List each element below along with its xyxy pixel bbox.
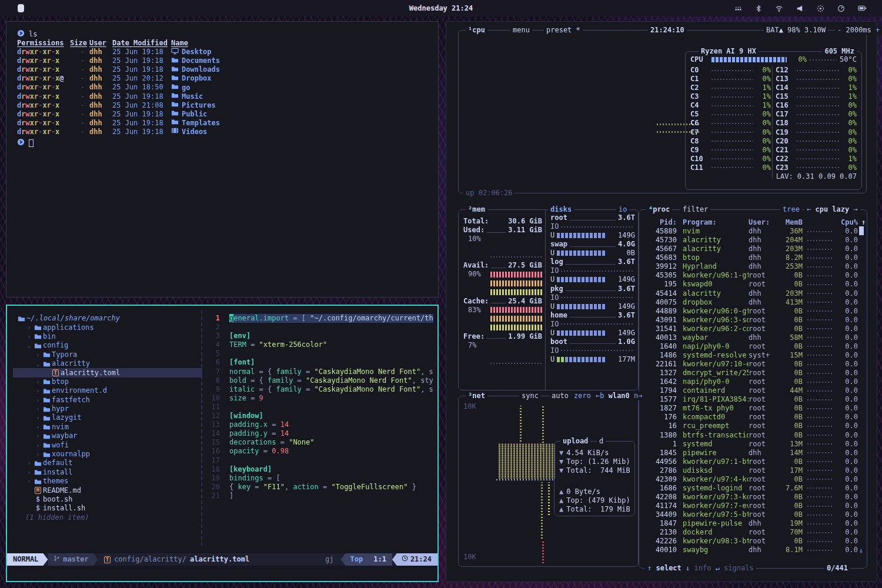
code-line[interactable]: 5 xyxy=(205,349,434,358)
code-buffer[interactable]: 1general.import = [ "~/.config/omarchy/c… xyxy=(205,314,434,500)
process-row[interactable]: 42309kworker/u97:4-kcroot0B0.0 xyxy=(639,475,867,484)
iface-next-button[interactable]: n→ xyxy=(634,392,642,400)
process-row[interactable]: 1486systemd-resolvesyst+15M0.0 xyxy=(639,351,867,360)
code-line[interactable]: 8bold = { family = "CaskaydiaMono Nerd F… xyxy=(205,376,434,385)
process-row[interactable]: 31541kworker/u96:2-coroot0B0.0 xyxy=(639,325,867,333)
process-row[interactable]: 1systemdroot13M0.0 xyxy=(639,440,867,449)
process-row[interactable]: 1845pipewiredhh14M0.0 xyxy=(639,449,867,457)
net-auto-button[interactable]: auto xyxy=(549,392,571,400)
tree-item[interactable]: ›hypr xyxy=(13,405,202,413)
tree-item[interactable]: ›lazygit xyxy=(13,413,202,422)
io-label[interactable]: io xyxy=(616,205,629,214)
net-box-title[interactable]: ³net xyxy=(466,392,487,400)
process-row[interactable]: 45683btopdhh8.2M0.0 xyxy=(639,253,867,262)
iface-prev-button[interactable]: ←b xyxy=(596,392,604,400)
tree-item[interactable]: ›xournalpp xyxy=(13,450,202,459)
volume-icon[interactable] xyxy=(796,5,804,12)
menu-button[interactable]: menu xyxy=(510,26,532,35)
tailscale-icon[interactable] xyxy=(734,5,742,12)
code-line[interactable]: 13padding.x = 14 xyxy=(205,420,434,429)
process-row[interactable]: 45889nvimdhh36M0.0 xyxy=(639,227,867,236)
tree-item[interactable]: $install.sh xyxy=(13,504,202,513)
process-row[interactable]: 42208kworker/u97:3-kcroot0B0.0 xyxy=(639,493,867,502)
code-line[interactable]: 10size = 9 xyxy=(205,394,434,403)
process-row[interactable]: 1827mt76-tx phy0root0B0.0 xyxy=(639,404,867,413)
record-icon[interactable] xyxy=(817,5,824,12)
process-row[interactable]: 43091kworker/u96:3-sdroot0B0.0 xyxy=(639,316,867,325)
wifi-icon[interactable] xyxy=(775,5,783,12)
tree-item[interactable]: (1 hidden item) xyxy=(13,513,202,522)
sort-direction-arrow[interactable]: ↑ xyxy=(861,218,866,227)
code-line[interactable]: 7normal = { family = "CaskaydiaMono Nerd… xyxy=(205,368,434,376)
process-row[interactable]: 42226kworker/u98:3-btroot0B0.0 xyxy=(639,537,867,546)
process-row[interactable]: 34409kworker/u97:5-btroot0B0.0 xyxy=(639,510,867,519)
code-line[interactable]: 16opacity = 0.98 xyxy=(205,447,434,456)
process-row[interactable]: 1686systemd-logindroot7.6M0.0 xyxy=(639,484,867,493)
tree-item[interactable]: ›install xyxy=(13,468,202,477)
tree-item[interactable]: MREADME.md xyxy=(13,486,202,495)
process-row[interactable]: 41174kworker/u97:7-evroot0B0.0 xyxy=(639,502,867,510)
interval-increase-button[interactable]: + xyxy=(876,26,880,34)
signals-button[interactable]: ↵ xyxy=(716,564,720,572)
process-row[interactable]: 45414alacrittydhh203M0.0 xyxy=(639,289,867,298)
process-row[interactable]: 176kcompactd0root0B0.0 xyxy=(639,413,867,422)
tree-item[interactable]: ›btop xyxy=(13,377,202,386)
net-zero-button[interactable]: zero xyxy=(572,392,593,400)
sort-left-button[interactable]: ← xyxy=(807,205,811,213)
process-row[interactable]: 1577irq/81-PIXA3854:root0B0.0 xyxy=(639,395,867,404)
scroll-down-arrow[interactable]: ↓ xyxy=(859,546,863,555)
process-row[interactable]: 1847pipewire-pulsedhh19M0.0 xyxy=(639,519,867,528)
process-row[interactable]: 2786udisksdroot17M0.0 xyxy=(639,466,867,475)
tree-item[interactable]: ›wofi xyxy=(13,440,202,449)
process-row[interactable]: 2130dockerdroot70M0.0 xyxy=(639,528,867,537)
filter-button[interactable]: filter xyxy=(680,205,710,214)
process-row[interactable]: 40010swaybgdhh8.1M0.0 xyxy=(639,546,867,554)
code-line[interactable]: 18[keyboard] xyxy=(205,465,434,474)
disks-label[interactable]: disks xyxy=(548,205,574,214)
code-line[interactable]: 17 xyxy=(205,456,434,465)
tree-root[interactable]: ~/.local/share/omarchy xyxy=(13,314,202,323)
tree-item[interactable]: ›themes xyxy=(13,477,202,486)
code-line[interactable]: 4TERM = "xterm-256color" xyxy=(205,340,434,349)
process-row[interactable]: 195kswapd0root0B0.0 xyxy=(639,280,867,289)
code-line[interactable]: 9italic = { family = "CaskaydiaMono Nerd… xyxy=(205,385,434,394)
code-line[interactable]: 15decorations = "None" xyxy=(205,438,434,447)
process-row[interactable]: 1380btrfs-transactioroot0B0.0 xyxy=(639,431,867,440)
process-row[interactable]: 40075dropboxdhh413M0.0 xyxy=(639,298,867,307)
proc-box-title[interactable]: ⁴proc xyxy=(646,205,672,214)
tree-item[interactable]: ›waybar xyxy=(13,432,202,440)
process-row[interactable]: 39912Hyprlanddhh253M0.0 xyxy=(639,262,867,271)
pane-separator[interactable] xyxy=(201,310,202,546)
proc-scrollbar[interactable] xyxy=(859,226,864,235)
tree-item[interactable]: ›default xyxy=(13,459,202,467)
battery-icon[interactable] xyxy=(858,5,867,12)
tree-item[interactable]: ›nvim xyxy=(13,423,202,432)
code-line[interactable]: 21] xyxy=(205,492,434,500)
preset-button[interactable]: preset * xyxy=(544,26,583,35)
code-line[interactable]: 11 xyxy=(205,403,434,412)
process-row[interactable]: 1642napi/phy0-0root0B0.0 xyxy=(639,377,867,386)
code-line[interactable]: 1general.import = [ "~/.config/omarchy/c… xyxy=(205,314,434,323)
process-row[interactable]: 44889kworker/u96:0-gfroot0B0.0 xyxy=(639,307,867,316)
code-line[interactable]: 2 xyxy=(205,323,434,332)
tree-toggle[interactable]: tree xyxy=(780,205,802,214)
process-row[interactable]: 22161kworker/u97:10-eroot0B0.0 xyxy=(639,360,867,369)
tree-item[interactable]: $boot.sh xyxy=(13,495,202,504)
process-row[interactable]: 1794containerdroot44M0.0 xyxy=(639,386,867,395)
cpu-box-title[interactable]: ¹cpu xyxy=(466,26,487,35)
process-row[interactable]: 1640napi/phy0-0root0B0.0 xyxy=(639,342,867,351)
gauge-icon[interactable] xyxy=(837,5,845,12)
interval-decrease-button[interactable]: - xyxy=(837,26,841,34)
process-row[interactable]: 16rcu_preemptroot0B0.0 xyxy=(639,422,867,430)
tree-item[interactable]: ›applications xyxy=(13,323,202,332)
process-row[interactable]: 40013waybardhh58M0.0 xyxy=(639,333,867,342)
prompt-line[interactable] xyxy=(6,139,438,148)
code-line[interactable]: 19bindings = [ xyxy=(205,474,434,483)
bluetooth-icon[interactable] xyxy=(755,5,762,12)
net-sync-button[interactable]: sync xyxy=(519,392,541,400)
tree-item[interactable]: Talacritty.toml xyxy=(13,368,202,377)
tree-item[interactable]: ›Typora xyxy=(13,350,202,359)
process-row[interactable]: 45667alacrittydhh203M0.0 xyxy=(639,245,867,253)
process-row[interactable]: 45305kworker/u96:1-gfroot0B0.0 xyxy=(639,271,867,280)
sort-right-button[interactable]: → xyxy=(854,205,858,213)
